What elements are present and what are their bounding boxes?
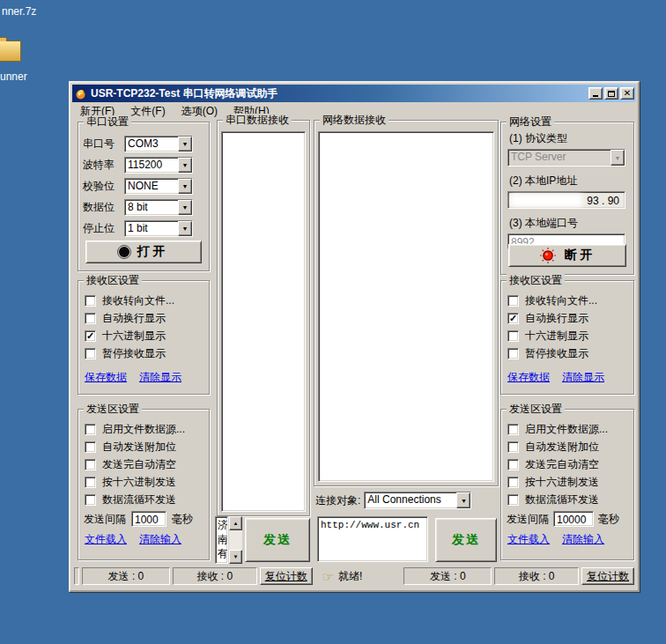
checkbox[interactable] — [85, 441, 96, 453]
local-port-label: (3) 本地端口号 — [509, 216, 627, 231]
check-mark: ✓ — [86, 331, 94, 341]
clear-input-link[interactable]: 清除输入 — [139, 532, 181, 547]
checkbox[interactable] — [85, 494, 96, 506]
desktop-icon-label[interactable]: nner.7z — [2, 5, 36, 18]
save-data-link[interactable]: 保存数据 — [85, 370, 127, 385]
title-bar[interactable]: USR-TCP232-Test 串口转网络调试助手 ✕ — [72, 85, 636, 102]
minimize-button[interactable] — [588, 87, 603, 100]
chevron-down-icon[interactable]: ▼ — [178, 137, 192, 152]
group-title: 接收区设置 — [507, 274, 565, 286]
checkbox-label: 十六进制显示 — [525, 329, 588, 344]
checkbox-row[interactable]: 自动发送附加位 — [501, 438, 633, 455]
checkbox[interactable] — [85, 348, 96, 359]
checkbox[interactable]: ✓ — [85, 330, 96, 342]
checkbox[interactable] — [85, 459, 96, 470]
serial-send-button[interactable]: 发送 — [245, 518, 310, 562]
checkbox[interactable] — [507, 295, 519, 307]
checkbox[interactable] — [507, 459, 519, 470]
checkbox[interactable] — [85, 295, 96, 307]
checkbox-row[interactable]: 发送完自动清空 — [78, 455, 209, 473]
interval-label: 发送间隔 — [84, 512, 126, 527]
network-settings-group: 网络设置 (1) 协议类型 TCP Server ▼ (2) 本地IP地址 93… — [500, 122, 634, 275]
checkbox-row[interactable]: ✓ 自动换行显示 — [501, 309, 633, 327]
checkbox[interactable] — [85, 313, 96, 324]
checkbox-row[interactable]: 启用文件数据源... — [78, 420, 209, 438]
checkbox[interactable]: ✓ — [507, 313, 519, 324]
menu-options[interactable]: 选项(O) — [174, 103, 226, 120]
scroll-up-icon[interactable]: ▲ — [229, 516, 242, 530]
checkbox-label: 自动换行显示 — [525, 311, 588, 326]
load-file-link[interactable]: 文件载入 — [85, 532, 127, 547]
network-send-input[interactable]: http://www.usr.cn — [317, 516, 428, 562]
combo-value: All Connections — [365, 492, 456, 508]
parity-row: 校验位 NONE ▼ — [78, 175, 209, 196]
checkbox-row[interactable]: 暂停接收显示 — [78, 344, 209, 362]
chevron-down-icon[interactable]: ▼ — [178, 158, 192, 173]
scroll-down-icon[interactable]: ▼ — [229, 550, 242, 564]
stop-bits-select[interactable]: 1 bit ▼ — [124, 220, 193, 237]
load-file-link[interactable]: 文件载入 — [507, 532, 550, 547]
clear-display-link[interactable]: 清除显示 — [562, 370, 604, 385]
group-title: 发送区设置 — [507, 403, 565, 415]
serial-receive-textarea[interactable] — [221, 131, 306, 512]
checkbox[interactable] — [85, 477, 96, 488]
app-icon — [74, 87, 87, 100]
disconnect-button[interactable]: 断开 — [508, 244, 626, 267]
checkbox-row[interactable]: 十六进制显示 — [501, 327, 633, 344]
checkbox-label: 按十六进制发送 — [525, 475, 599, 490]
chevron-down-icon[interactable]: ▼ — [178, 200, 192, 215]
serial-send-settings-group: 发送区设置 启用文件数据源... 自动发送附加位 发送完自动清空 按十六进制发送 — [78, 409, 210, 560]
desktop: nner.7z unner USR-TCP232-Test 串口转网络调试助手 … — [0, 0, 666, 644]
checkbox[interactable] — [507, 494, 519, 506]
serial-send-scrollbar[interactable]: ▲ ▼ — [229, 516, 242, 564]
network-receive-textarea[interactable] — [318, 131, 494, 482]
checkbox-row[interactable]: 发送完自动清空 — [501, 455, 633, 473]
connection-select[interactable]: All Connections ▼ — [364, 492, 471, 509]
com-port-select[interactable]: COM3 ▼ — [124, 136, 193, 152]
checkbox-row[interactable]: 启用文件数据源... — [501, 420, 633, 438]
network-reset-count-button[interactable]: 复位计数 — [581, 567, 634, 585]
serial-send-input[interactable]: 济南有 — [215, 516, 228, 564]
checkbox-row[interactable]: 数据流循环发送 — [501, 491, 633, 508]
chevron-down-icon[interactable]: ▼ — [456, 492, 470, 508]
chevron-down-icon[interactable]: ▼ — [178, 221, 192, 236]
checkbox[interactable] — [507, 330, 519, 342]
combo-value: COM3 — [125, 137, 178, 152]
serial-reset-count-button[interactable]: 复位计数 — [260, 567, 313, 585]
interval-input[interactable]: 10000 — [553, 511, 594, 527]
checkbox-row[interactable]: 按十六进制发送 — [78, 473, 209, 491]
checkbox[interactable] — [85, 424, 96, 435]
checkbox-row[interactable]: 接收转向文件... — [78, 292, 209, 309]
stop-bits-row: 停止位 1 bit ▼ — [78, 218, 209, 239]
protocol-select[interactable]: TCP Server ▼ — [507, 149, 625, 167]
checkbox-row[interactable]: 按十六进制发送 — [501, 473, 633, 491]
checkbox-row[interactable]: 数据流循环发送 — [78, 491, 209, 508]
group-title: 串口数据接收 — [223, 114, 292, 126]
network-send-button[interactable]: 发送 — [435, 518, 497, 562]
data-bits-select[interactable]: 8 bit ▼ — [124, 199, 193, 216]
checkbox[interactable] — [507, 424, 519, 435]
checkbox[interactable] — [507, 441, 519, 453]
checkbox-row[interactable]: 自动换行显示 — [78, 309, 209, 327]
open-button[interactable]: 打开 — [85, 241, 202, 263]
folder-icon[interactable] — [0, 41, 21, 62]
clear-display-link[interactable]: 清除显示 — [139, 370, 181, 385]
interval-input[interactable]: 1000 — [131, 511, 166, 527]
maximize-button[interactable] — [604, 87, 618, 100]
baud-rate-select[interactable]: 115200 ▼ — [124, 157, 193, 174]
checkbox-row[interactable]: 自动发送附加位 — [78, 438, 209, 455]
desktop-icon-label[interactable]: unner — [0, 70, 27, 83]
close-button[interactable]: ✕ — [620, 87, 634, 100]
field-label: 数据位 — [83, 200, 124, 215]
local-ip-input[interactable]: 93 . 90 — [507, 191, 625, 209]
checkbox[interactable] — [507, 348, 519, 359]
checkbox-row[interactable]: 接收转向文件... — [501, 292, 633, 309]
clear-input-link[interactable]: 清除输入 — [562, 532, 604, 547]
checkbox-row[interactable]: ✓ 十六进制显示 — [78, 327, 209, 344]
checkbox-row[interactable]: 暂停接收显示 — [501, 344, 633, 362]
chevron-down-icon[interactable]: ▼ — [178, 179, 192, 194]
checkbox[interactable] — [507, 477, 519, 488]
parity-select[interactable]: NONE ▼ — [124, 178, 193, 195]
save-data-link[interactable]: 保存数据 — [507, 370, 550, 385]
connection-label: 连接对象: — [315, 493, 360, 508]
